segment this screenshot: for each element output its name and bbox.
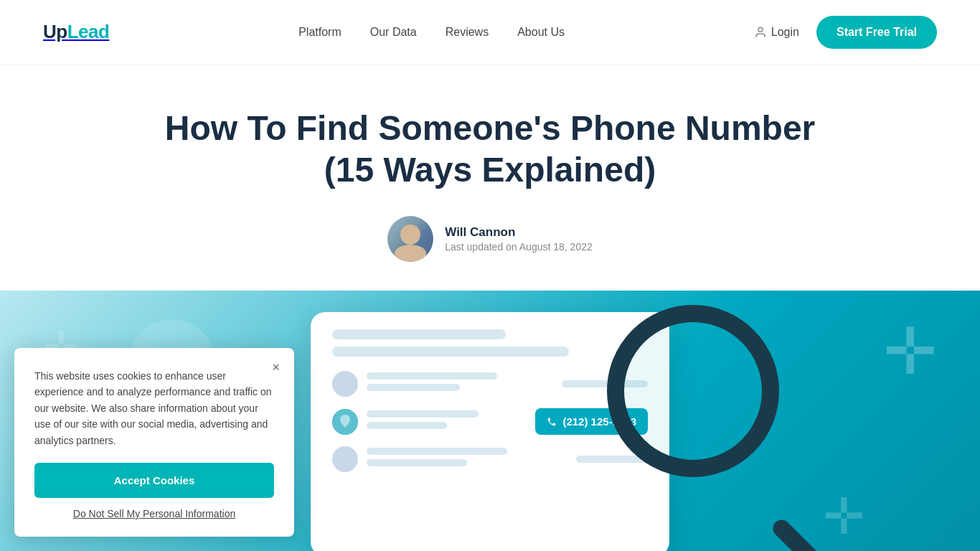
contact-row-3 bbox=[332, 446, 648, 472]
nav-reviews[interactable]: Reviews bbox=[446, 26, 489, 39]
start-trial-button[interactable]: Start Free Trial bbox=[816, 16, 937, 49]
main-nav: Platform Our Data Reviews About Us bbox=[298, 26, 565, 39]
accept-cookies-button[interactable]: Accept Cookies bbox=[34, 463, 274, 498]
logo-up: Up bbox=[43, 21, 67, 43]
nav-our-data[interactable]: Our Data bbox=[370, 26, 417, 39]
avatar bbox=[387, 216, 433, 262]
no-sell-button[interactable]: Do Not Sell My Personal Information bbox=[34, 508, 274, 519]
header-actions: Login Start Free Trial bbox=[754, 16, 937, 49]
contact-row-2: (212) 125-1453 bbox=[332, 408, 648, 435]
author-name: Will Cannon bbox=[445, 225, 593, 240]
contact-line-3b bbox=[367, 459, 467, 466]
login-label: Login bbox=[771, 26, 799, 39]
magnifier-handle bbox=[770, 517, 823, 551]
magnifier-overlay bbox=[607, 305, 837, 534]
contact-line-1b bbox=[367, 384, 460, 391]
contact-line-2a bbox=[367, 410, 479, 418]
contact-line-1a bbox=[367, 372, 497, 380]
contact-avatar-1 bbox=[332, 371, 358, 397]
cookie-banner: × This website uses cookies to enhance u… bbox=[14, 348, 294, 537]
nav-about-us[interactable]: About Us bbox=[517, 26, 565, 39]
site-header: UpLead Platform Our Data Reviews About U… bbox=[0, 0, 980, 65]
mockup-line-2 bbox=[332, 347, 569, 357]
cookie-close-button[interactable]: × bbox=[269, 358, 283, 377]
contact-lines-2 bbox=[367, 410, 527, 433]
contact-lines-3 bbox=[367, 448, 567, 471]
login-link[interactable]: Login bbox=[754, 26, 799, 39]
article-title: How To Find Someone's Phone Number (15 W… bbox=[143, 108, 837, 190]
author-date: Last updated on August 18, 2022 bbox=[445, 241, 593, 253]
article-header: How To Find Someone's Phone Number (15 W… bbox=[0, 65, 980, 291]
bg-cross-1: ✛ bbox=[883, 319, 937, 384]
logo-lead: Lead bbox=[67, 21, 110, 43]
mockup-line-1 bbox=[332, 329, 506, 339]
cookie-message: This website uses cookies to enhance use… bbox=[34, 368, 274, 448]
contact-avatar-2 bbox=[332, 409, 358, 435]
contact-row-1 bbox=[332, 371, 648, 397]
avatar-image bbox=[387, 216, 433, 262]
contact-avatar-3 bbox=[332, 446, 358, 472]
author-text: Will Cannon Last updated on August 18, 2… bbox=[445, 225, 593, 253]
author-info: Will Cannon Last updated on August 18, 2… bbox=[143, 216, 837, 262]
user-icon bbox=[754, 26, 767, 39]
magnifier-circle bbox=[607, 305, 779, 477]
nav-platform[interactable]: Platform bbox=[298, 26, 341, 39]
contact-line-2b bbox=[367, 422, 447, 429]
svg-point-0 bbox=[758, 27, 763, 32]
contact-lines-1 bbox=[367, 372, 553, 395]
contact-line-3a bbox=[367, 448, 507, 455]
logo[interactable]: UpLead bbox=[43, 21, 109, 43]
phone-icon bbox=[547, 417, 557, 427]
